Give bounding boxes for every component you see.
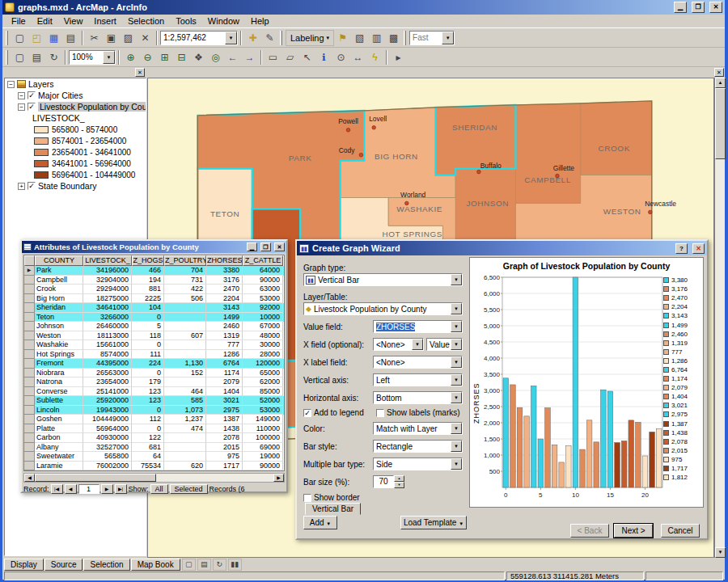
delete-icon[interactable]: ✕ xyxy=(137,30,154,46)
column-header-zhorses[interactable]: ZHORSES xyxy=(206,255,243,266)
table-row[interactable]: Carbon409300001222078100000 xyxy=(24,433,284,443)
legend-swatch[interactable] xyxy=(34,171,49,179)
row-selector[interactable] xyxy=(24,331,35,341)
forward-extent-icon[interactable]: → xyxy=(241,49,258,65)
table-row[interactable]: Weston18113000118607131948000 xyxy=(24,331,284,341)
paste-icon[interactable]: ▨ xyxy=(120,30,137,46)
county-crook[interactable] xyxy=(581,101,652,175)
county-sheridan[interactable] xyxy=(435,105,515,175)
toolbar-grip[interactable] xyxy=(6,50,8,65)
zoom-out-icon[interactable]: ⊖ xyxy=(139,49,156,65)
collapse-icon[interactable]: − xyxy=(7,81,15,88)
new-map-file-icon[interactable]: ▢ xyxy=(11,30,28,46)
menu-help[interactable]: Help xyxy=(245,15,275,27)
layer-checkbox[interactable]: ✓ xyxy=(28,103,36,111)
expand-icon[interactable]: + xyxy=(18,183,25,190)
menu-file[interactable]: File xyxy=(6,15,32,27)
table-row[interactable]: Crook29294000881422247063000 xyxy=(24,285,284,294)
tab-map-book[interactable]: Map Book xyxy=(131,559,180,571)
cut-icon[interactable]: ✂ xyxy=(86,30,103,46)
label-manager-icon[interactable]: ⚑ xyxy=(334,30,351,46)
chevron-down-icon[interactable]: ▼ xyxy=(103,51,115,64)
table-row[interactable]: Converse25141000123464140485000 xyxy=(24,387,284,397)
identify-icon[interactable]: ℹ xyxy=(315,49,332,65)
table-row[interactable]: Teton32660000149910000 xyxy=(24,313,284,323)
row-selector[interactable] xyxy=(24,433,35,443)
column-header-z_poultry[interactable]: Z_POULTRY xyxy=(164,255,206,266)
chevron-down-icon[interactable]: ▼ xyxy=(451,374,462,386)
scroll-up-icon[interactable]: ▲ xyxy=(715,78,726,88)
data-view-icon[interactable]: ▢ xyxy=(11,49,28,65)
previous-record-button[interactable]: ◀ xyxy=(65,484,77,494)
toc-item-livestock[interactable]: − ✓ Livestock Population by County xyxy=(5,101,146,112)
table-row[interactable]: Fremont443950002241,1306764120000 xyxy=(24,359,284,369)
toc-root[interactable]: − Layers xyxy=(5,78,146,90)
show-all-button[interactable]: All xyxy=(150,484,168,494)
show-border-checkbox[interactable]: ✓ Show border xyxy=(303,493,360,502)
zoom-percent-combo[interactable]: 100%▼ xyxy=(69,50,116,65)
x-field-combo[interactable]: <None> ▼ xyxy=(373,338,424,351)
draw-speed-combo[interactable]: Fast▼ xyxy=(409,31,455,45)
open-file-icon[interactable]: ◰ xyxy=(28,30,45,46)
select-features-icon[interactable]: ▭ xyxy=(265,49,281,65)
bar-size-value[interactable]: 70 xyxy=(373,475,394,488)
tab-selection[interactable]: Selection xyxy=(83,559,129,571)
measure-icon[interactable]: ↔ xyxy=(349,49,366,65)
scroll-down-icon[interactable]: ▼ xyxy=(715,547,726,558)
label-weight-icon[interactable]: ▩ xyxy=(385,30,402,46)
layer-table-combo[interactable]: ◆ Livestock Population by County ▼ xyxy=(303,302,463,315)
menu-window[interactable]: Window xyxy=(202,15,245,27)
table-row[interactable]: Platte5696400004741438110000 xyxy=(24,424,284,434)
scrollbar-thumb[interactable] xyxy=(715,88,726,159)
last-record-button[interactable]: ▶| xyxy=(115,484,127,494)
row-selector[interactable] xyxy=(24,350,35,360)
legend-swatch[interactable] xyxy=(34,126,49,133)
toolbar-grip[interactable] xyxy=(404,31,406,45)
collapse-icon[interactable]: − xyxy=(18,103,25,111)
chevron-down-icon[interactable]: ▼ xyxy=(451,356,462,368)
row-selector[interactable]: ▶ xyxy=(24,266,35,276)
chevron-down-icon[interactable]: ▼ xyxy=(451,303,462,314)
row-selector[interactable] xyxy=(24,396,35,406)
clear-selection-icon[interactable]: ▱ xyxy=(281,49,298,65)
scrollbar-thumb[interactable] xyxy=(35,474,156,482)
table-row[interactable]: Lincoln1994300001,073297553000 xyxy=(24,406,284,415)
row-selector[interactable] xyxy=(24,294,35,304)
row-selector[interactable] xyxy=(24,462,35,471)
chevron-down-icon[interactable]: ▼ xyxy=(451,458,462,470)
row-selector[interactable] xyxy=(24,276,35,285)
graph-type-combo[interactable]: ▮▮ Vertical Bar ▼ xyxy=(303,273,463,286)
toc-close-icon[interactable]: ✕ xyxy=(135,68,145,77)
city-marker-buffalo[interactable] xyxy=(477,170,481,174)
row-selector[interactable] xyxy=(24,369,35,378)
close-button[interactable]: ✕ xyxy=(692,243,705,254)
menu-edit[interactable]: Edit xyxy=(32,15,58,27)
table-row[interactable]: Sheridan34641000104314392000 xyxy=(24,303,284,313)
editor-icon[interactable]: ✎ xyxy=(261,30,278,46)
legend-swatch[interactable] xyxy=(34,149,49,156)
bar-size-spinner[interactable]: 70 ▲▼ xyxy=(373,475,404,488)
bar-style-combo[interactable]: Rectangle ▼ xyxy=(373,440,463,453)
load-template-button[interactable]: Load Template ▼ xyxy=(400,516,467,529)
full-extent-icon[interactable]: ◎ xyxy=(207,49,224,65)
maximize-button[interactable]: ❐ xyxy=(260,242,271,251)
color-combo[interactable]: Match with Layer ▼ xyxy=(373,422,463,435)
legend-swatch[interactable] xyxy=(34,137,49,145)
layer-checkbox[interactable]: ✓ xyxy=(28,182,36,190)
table-row[interactable]: Washakie15661000077730000 xyxy=(24,340,284,350)
scroll-left-icon[interactable]: ◀ xyxy=(24,474,35,482)
next-record-button[interactable]: ▶ xyxy=(101,484,113,494)
table-row[interactable]: Johnson264600005246067000 xyxy=(24,322,284,331)
horizontal-axis-combo[interactable]: Bottom ▼ xyxy=(373,391,463,404)
city-marker-gillette[interactable] xyxy=(556,174,560,178)
back-button[interactable]: < Back xyxy=(570,524,609,538)
table-row[interactable]: Laramie7600200075534620171790000 xyxy=(24,462,284,471)
toc-item-major-cities[interactable]: − ✓ Major Cities xyxy=(5,90,146,101)
table-row[interactable]: Hot Springs8574000111128628000 xyxy=(24,350,284,360)
value-field-combo[interactable]: ZHORSES ▼ xyxy=(373,320,463,333)
map-close-icon[interactable]: ✕ xyxy=(714,68,724,77)
table-row[interactable]: Natrona23654000179207962000 xyxy=(24,377,284,387)
fixed-zoom-in-icon[interactable]: ⊞ xyxy=(156,49,173,65)
spinner-down-icon[interactable]: ▼ xyxy=(394,482,404,488)
table-row[interactable]: Big Horn182750002225506220453000 xyxy=(24,294,284,304)
